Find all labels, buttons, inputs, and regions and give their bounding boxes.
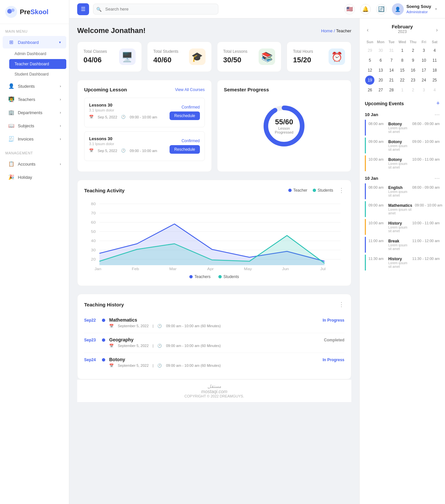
event-time-range: 08:00 - 09:00 am [412,185,440,197]
cal-day[interactable]: 12 [365,66,374,75]
more-options-icon[interactable]: ⋮ [338,187,344,194]
view-all-courses-link[interactable]: View All Courses [175,87,205,92]
sidebar-item-dashboard[interactable]: ⊞ Dashboard ▾ [3,36,66,48]
cal-day[interactable]: 30 [376,46,385,55]
cal-day[interactable]: 1 [397,46,407,55]
main-content: Welcome Jonathan! Home / Teacher Total C… [69,18,359,504]
cal-day[interactable]: 29 [365,46,374,55]
event-time-range: 11:00 - 12:00 am [412,239,440,251]
event-date-row-1: 10 Jan ⋯ [365,110,440,120]
event-more-button-2[interactable]: ⋯ [434,175,440,181]
cal-day[interactable]: 18 [430,66,439,75]
cal-day[interactable]: 6 [376,56,385,65]
cal-day[interactable]: 28 [387,85,396,95]
sidebar-item-label: Holiday [18,175,32,180]
event-item: 11:30 am History Lorem ipsum sit amet 11… [365,255,440,270]
sidebar-item-holiday[interactable]: 🎉 Holiday [3,171,66,183]
event-detail: Botony Lorem ipsum sit amet [388,140,410,151]
sidebar-item-departments[interactable]: 🏢 Departments › [3,106,66,119]
cal-day[interactable]: 15 [397,66,407,75]
event-more-button-1[interactable]: ⋯ [434,111,440,118]
cal-day[interactable]: 1 [397,85,407,95]
calendar-icon: 📅 [109,324,114,328]
history-date-3: Sep24 [84,358,98,362]
stat-label-lessons: Total Lessons [223,49,247,54]
sidebar-item-invoices[interactable]: 🧾 Invoices › [3,133,66,145]
svg-text:60: 60 [91,220,96,225]
refresh-button[interactable]: 🔄 [376,4,387,15]
user-menu[interactable]: 👤 Soeng Souy Administrator ▾ [392,3,437,15]
cal-day[interactable]: 25 [430,76,439,85]
cal-day-today[interactable]: 19 [365,76,374,85]
sidebar-sub-teacher-dashboard[interactable]: Teacher Dashboard [9,59,66,69]
cal-day[interactable]: 2 [408,85,418,95]
cal-day[interactable]: 3 [419,85,429,95]
event-sub: Lorem ipsum sit amet [388,126,410,134]
cal-day[interactable]: 14 [387,66,396,75]
sidebar-item-students[interactable]: 👤 Students › [3,80,66,92]
cal-day[interactable]: 4 [430,85,439,95]
cal-day[interactable]: 22 [397,76,407,85]
event-time: 08:00 am [368,122,386,134]
sidebar-item-subjects[interactable]: 📖 Subjects › [3,119,66,132]
hamburger-button[interactable]: ☰ [77,3,89,15]
cal-day[interactable]: 26 [365,85,374,95]
cal-day[interactable]: 10 [419,56,429,65]
cal-day[interactable]: 8 [397,56,407,65]
cal-day[interactable]: 4 [430,46,439,55]
cal-day[interactable]: 5 [365,56,374,65]
cal-day[interactable]: 7 [387,56,396,65]
history-dot-3 [102,358,105,362]
teaching-history-card: Teaching History ⋮ Sep22 Mathematics 📅 S… [77,294,351,379]
history-meta-3: 📅 September 5, 2022 | 🕐 09:00 am - 10:00… [109,363,319,368]
cal-day[interactable]: 13 [376,66,385,75]
cal-day[interactable]: 24 [419,76,429,85]
teaching-activity-header: Teaching Activity Teacher Students ⋮ [84,187,344,194]
cal-day[interactable]: 20 [376,76,385,85]
cal-day[interactable]: 11 [430,56,439,65]
history-date-detail-3: September 5, 2022 [118,363,149,368]
stat-card-lessons: Total Lessons 30/50 📚 [217,42,282,72]
history-subject-1: Mathematics [109,317,319,323]
cal-day[interactable]: 16 [408,66,418,75]
cal-day[interactable]: 2 [408,46,418,55]
cal-day[interactable]: 9 [408,56,418,65]
event-time-range: 10:00 - 11:00 am [412,221,440,233]
svg-text:Jun: Jun [282,267,289,271]
donut-label: Lesson Progressed [272,126,296,134]
svg-text:70: 70 [91,211,96,215]
donut-value: 55/60 [272,118,296,126]
cal-day[interactable]: 27 [376,85,385,95]
calendar-next-button[interactable]: › [434,26,440,34]
cal-day[interactable]: 17 [419,66,429,75]
event-date-row-2: 10 Jan ⋯ [365,173,440,183]
lesson-meta-2: 📅 Sep 5, 2022 🕐 09:00 - 10:00 am [89,148,157,153]
flag-button[interactable]: 🇺🇸 [344,4,355,15]
reschedule-button-1[interactable]: Reschedule [170,111,200,120]
cal-day[interactable]: 3 [419,46,429,55]
search-input[interactable] [93,4,218,15]
cal-day[interactable]: 31 [387,46,396,55]
watermark: مستقلmostaqi.com [81,384,347,394]
event-detail: Mathematics Lorem ipsum sit amet [388,203,412,215]
calendar-prev-button[interactable]: ‹ [365,26,370,34]
history-status-2: Completed [324,338,344,342]
history-more-icon[interactable]: ⋮ [338,301,344,308]
sidebar-item-accounts[interactable]: 📋 Accounts › [3,158,66,170]
sidebar-sub-student-dashboard[interactable]: Student Dashboard [9,69,66,79]
separator: | [153,324,154,328]
event-detail: Botony Lorem ipsum sit amet [388,122,410,134]
reschedule-button-2[interactable]: Reschedule [170,145,200,154]
event-subject: English [388,185,410,190]
teaching-activity-card: Teaching Activity Teacher Students ⋮ [77,180,351,286]
notification-button[interactable]: 🔔 [360,4,371,15]
teaching-history-title: Teaching History [84,302,124,307]
cal-day[interactable]: 23 [408,76,418,85]
sidebar-sub-admin-dashboard[interactable]: Admin Dashboard [9,49,66,59]
stat-card-hours: Total Hours 15/20 ⏰ [287,42,351,72]
add-event-button[interactable]: + [436,100,440,107]
sidebar-item-teachers[interactable]: 👨‍🏫 Teachers › [3,93,66,106]
chevron-right-icon: › [60,97,61,101]
confirmed-badge-1: Confirmed [170,105,200,110]
cal-day[interactable]: 21 [387,76,396,85]
